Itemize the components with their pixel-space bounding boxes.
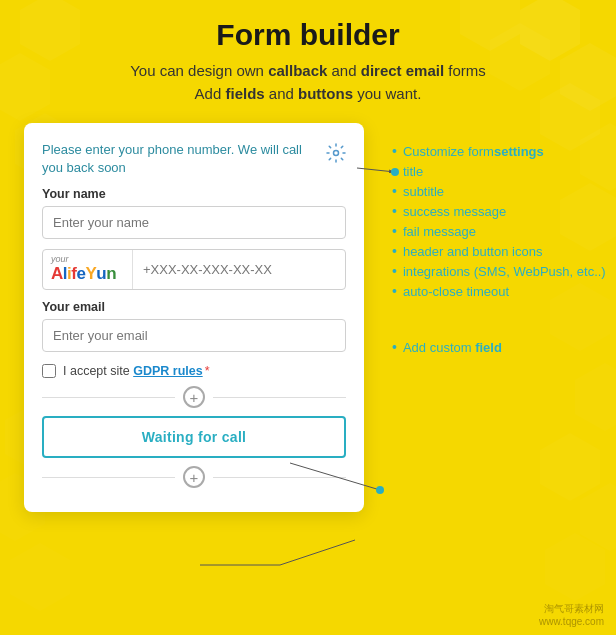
watermark-line2: www.tqge.com — [539, 616, 604, 627]
annotation-title: title — [392, 163, 606, 179]
page-title: Form builder — [216, 18, 399, 52]
annotation-integrations: integrations (SMS, WebPush, etc..) — [392, 263, 606, 279]
gdpr-checkbox[interactable] — [42, 364, 56, 378]
divider-line-left-2 — [42, 477, 175, 478]
add-field-divider-bottom: + — [42, 466, 346, 488]
settings-annotation-header: Customize form settings — [392, 143, 606, 159]
logo-your-text: your — [51, 255, 69, 264]
submit-button[interactable]: Waiting for call — [42, 416, 346, 458]
logo-n: n — [106, 264, 116, 284]
required-star: * — [205, 364, 210, 378]
checkbox-label: I accept site GDPR rules* — [63, 364, 210, 378]
annotations: Customize form settings title subtitle s… — [364, 123, 606, 355]
phone-section: your AlifeYun — [42, 249, 346, 290]
add-field-annotation: Add custom field — [392, 339, 606, 355]
form-header-text: Please enter your phone number. We will … — [42, 141, 302, 177]
email-input[interactable] — [42, 319, 346, 352]
annotation-timeout: auto-close timeout — [392, 283, 606, 299]
field-name-label: Your name — [42, 187, 346, 201]
settings-annotation-group: Customize form settings title subtitle s… — [392, 143, 606, 299]
annotation-fail: fail message — [392, 223, 606, 239]
watermark-line1: 淘气哥素材网 — [539, 602, 604, 616]
logo-brand: AlifeYun — [51, 264, 116, 284]
annotation-success: success message — [392, 203, 606, 219]
panel-area: Please enter your phone number. We will … — [0, 123, 616, 512]
divider-line-right-2 — [213, 477, 346, 478]
main-content: Form builder You can design own callback… — [0, 0, 616, 512]
checkbox-row: I accept site GDPR rules* — [42, 364, 346, 378]
svg-point-0 — [334, 151, 339, 156]
add-field-button-bottom[interactable]: + — [183, 466, 205, 488]
phone-input[interactable] — [133, 254, 345, 285]
form-header: Please enter your phone number. We will … — [42, 141, 346, 177]
form-card: Please enter your phone number. We will … — [24, 123, 364, 512]
page-subtitle: You can design own callback and direct e… — [130, 60, 486, 105]
logo-a: A — [51, 264, 63, 284]
phone-logo: your AlifeYun — [43, 250, 133, 289]
divider-line-left — [42, 397, 175, 398]
annotation-subtitle: subtitle — [392, 183, 606, 199]
phone-section-wrapper: your AlifeYun — [42, 249, 346, 290]
watermark: 淘气哥素材网 www.tqge.com — [539, 602, 604, 627]
add-field-button-top[interactable]: + — [183, 386, 205, 408]
divider-line-right — [213, 397, 346, 398]
annotation-icons: header and button icons — [392, 243, 606, 259]
logo-y: Y — [85, 264, 96, 284]
name-input[interactable] — [42, 206, 346, 239]
gdpr-link[interactable]: GDPR rules — [133, 364, 202, 378]
logo-u: u — [96, 264, 106, 284]
logo-e: e — [76, 264, 85, 284]
field-email-label: Your email — [42, 300, 346, 314]
settings-icon[interactable] — [326, 143, 346, 168]
add-field-divider-top: + — [42, 386, 346, 408]
